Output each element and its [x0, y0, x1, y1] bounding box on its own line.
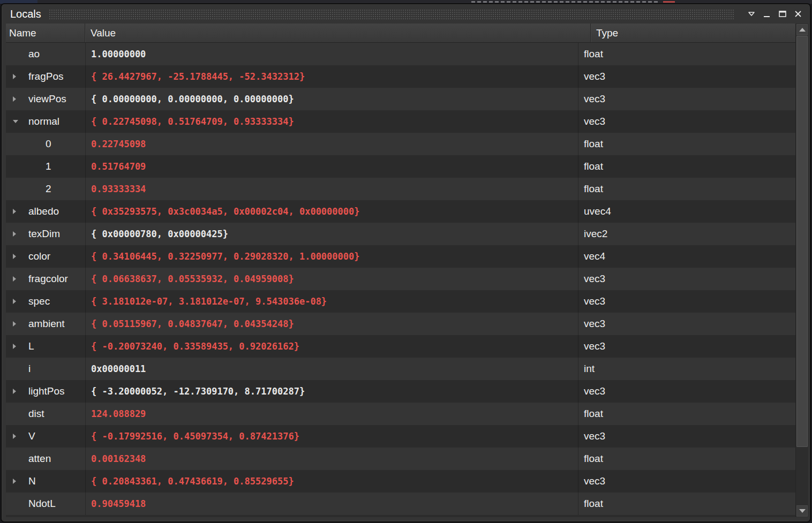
- variable-value: 124.088829: [85, 403, 578, 425]
- table-row[interactable]: albedo{ 0x35293575, 0x3c0034a5, 0x00002c…: [6, 200, 795, 223]
- variable-value: { -0.20073240, 0.33589435, 0.92026162}: [85, 335, 578, 358]
- variable-value: { 0.34106445, 0.32250977, 0.29028320, 1.…: [85, 245, 578, 268]
- table-row[interactable]: color{ 0.34106445, 0.32250977, 0.2902832…: [6, 245, 795, 268]
- variable-name: dist: [28, 408, 44, 420]
- variable-name: N: [28, 475, 36, 487]
- variable-value: { 0x00000780, 0x00000425}: [85, 223, 578, 245]
- table-row[interactable]: normal{ 0.22745098, 0.51764709, 0.933333…: [6, 110, 795, 133]
- variable-type: vec3: [578, 470, 795, 492]
- dock-menu-button[interactable]: [745, 8, 758, 20]
- variable-type: vec3: [578, 313, 795, 335]
- expand-arrow-icon[interactable]: [13, 209, 16, 214]
- table-row[interactable]: ambient{ 0.05115967, 0.04837647, 0.04354…: [6, 313, 795, 335]
- locals-window: Locals: [1, 3, 811, 522]
- expand-arrow-icon[interactable]: [13, 344, 16, 349]
- close-icon: [794, 10, 802, 18]
- table-row[interactable]: NdotL0.90459418float: [6, 492, 795, 515]
- table-row[interactable]: i0x00000011int: [6, 358, 795, 380]
- expand-arrow-icon[interactable]: [13, 74, 16, 79]
- variable-name: albedo: [28, 206, 59, 217]
- scrollbar-up-button[interactable]: [796, 24, 808, 35]
- minimize-button[interactable]: [761, 8, 773, 20]
- table-row[interactable]: 10.51764709float: [6, 155, 795, 178]
- table-row[interactable]: N{ 0.20843361, 0.47436619, 0.85529655}ve…: [6, 470, 795, 492]
- column-header-value[interactable]: Value: [85, 24, 591, 42]
- variable-value: 0.90459418: [85, 492, 578, 515]
- variable-name-cell: 0: [6, 133, 85, 155]
- expand-arrow-icon[interactable]: [13, 231, 16, 237]
- window-title: Locals: [10, 8, 41, 20]
- column-header-type[interactable]: Type: [591, 24, 808, 42]
- variable-type: vec3: [578, 268, 795, 290]
- variable-name: 1: [46, 161, 51, 172]
- variable-type: uvec4: [578, 200, 795, 223]
- scrollbar-down-button[interactable]: [796, 505, 808, 517]
- table-row[interactable]: fragcolor{ 0.06638637, 0.05535932, 0.049…: [6, 268, 795, 290]
- table-row[interactable]: L{ -0.20073240, 0.33589435, 0.92026162}v…: [6, 335, 795, 358]
- variable-type: float: [578, 155, 795, 178]
- variable-type: vec4: [578, 245, 795, 268]
- variable-value: { 0.05115967, 0.04837647, 0.04354248}: [85, 313, 578, 335]
- variable-type: vec3: [578, 65, 795, 88]
- variable-type: vec3: [578, 335, 795, 358]
- variable-type: ivec2: [578, 223, 795, 245]
- column-header-name[interactable]: Name: [6, 24, 85, 42]
- variable-name-cell: fragPos: [6, 65, 85, 88]
- variable-type: float: [578, 492, 795, 515]
- expand-arrow-icon[interactable]: [13, 254, 16, 259]
- variable-name-cell: 2: [6, 178, 85, 200]
- variable-name-cell: i: [6, 358, 85, 380]
- variable-type: float: [578, 448, 795, 470]
- vertical-scrollbar[interactable]: [795, 24, 808, 517]
- expand-arrow-icon[interactable]: [13, 96, 16, 102]
- table-row[interactable]: ao1.00000000float: [6, 43, 795, 65]
- background-red-sliver: [663, 1, 675, 3]
- locals-table: Name Value Type ao1.00000000floatfragPos…: [6, 24, 808, 517]
- variable-value: { 0.22745098, 0.51764709, 0.93333334}: [85, 110, 578, 133]
- expand-arrow-icon[interactable]: [13, 299, 16, 304]
- variable-name: fragPos: [28, 71, 63, 82]
- maximize-button[interactable]: [776, 8, 789, 20]
- variable-name-cell: atten: [6, 448, 85, 470]
- background-text-sliver: [471, 1, 659, 3]
- variable-name: V: [28, 430, 35, 442]
- table-row[interactable]: 00.22745098float: [6, 133, 795, 155]
- expand-arrow-icon[interactable]: [13, 434, 16, 439]
- variable-name: i: [28, 363, 31, 375]
- table-row[interactable]: texDim{ 0x00000780, 0x00000425}ivec2: [6, 223, 795, 245]
- variable-name: L: [28, 340, 34, 352]
- variable-name-cell: normal: [6, 110, 85, 133]
- table-row[interactable]: spec{ 3.181012e-07, 3.181012e-07, 9.5430…: [6, 290, 795, 313]
- collapse-arrow-icon[interactable]: [13, 120, 18, 123]
- expand-arrow-icon[interactable]: [13, 276, 16, 282]
- variable-value: 0.00162348: [85, 448, 578, 470]
- title-bar[interactable]: Locals: [2, 4, 810, 24]
- expand-arrow-icon[interactable]: [13, 389, 16, 394]
- variable-value: { 0x35293575, 0x3c0034a5, 0x00002c04, 0x…: [85, 200, 578, 223]
- close-button[interactable]: [792, 8, 805, 20]
- variable-type: vec3: [578, 425, 795, 448]
- table-row[interactable]: lightPos{ -3.20000052, -12.7309170, 8.71…: [6, 380, 795, 403]
- arrow-up-icon: [799, 28, 806, 32]
- variable-type: vec3: [578, 110, 795, 133]
- table-row[interactable]: V{ -0.17992516, 0.45097354, 0.87421376}v…: [6, 425, 795, 448]
- variable-value: 0x00000011: [85, 358, 578, 380]
- variable-name: color: [28, 251, 50, 262]
- variable-name-cell: albedo: [6, 200, 85, 223]
- expand-arrow-icon[interactable]: [13, 479, 16, 484]
- expand-arrow-icon[interactable]: [13, 321, 16, 327]
- table-row[interactable]: fragPos{ 26.4427967, -25.1788445, -52.34…: [6, 65, 795, 88]
- variable-value: { -3.20000052, -12.7309170, 8.71700287}: [85, 380, 578, 403]
- table-row[interactable]: viewPos{ 0.00000000, 0.00000000, 0.00000…: [6, 88, 795, 110]
- scrollbar-thumb[interactable]: [796, 36, 808, 447]
- variable-name-cell: 1: [6, 155, 85, 178]
- table-row[interactable]: dist124.088829float: [6, 403, 795, 425]
- variable-type: float: [578, 133, 795, 155]
- table-row[interactable]: 20.93333334float: [6, 178, 795, 200]
- variable-value: { 0.00000000, 0.00000000, 0.00000000}: [85, 88, 578, 110]
- variable-value: { 0.06638637, 0.05535932, 0.04959008}: [85, 268, 578, 290]
- variable-type: vec3: [578, 380, 795, 403]
- variable-name: spec: [28, 295, 50, 307]
- variable-name-cell: lightPos: [6, 380, 85, 403]
- table-row[interactable]: atten0.00162348float: [6, 448, 795, 470]
